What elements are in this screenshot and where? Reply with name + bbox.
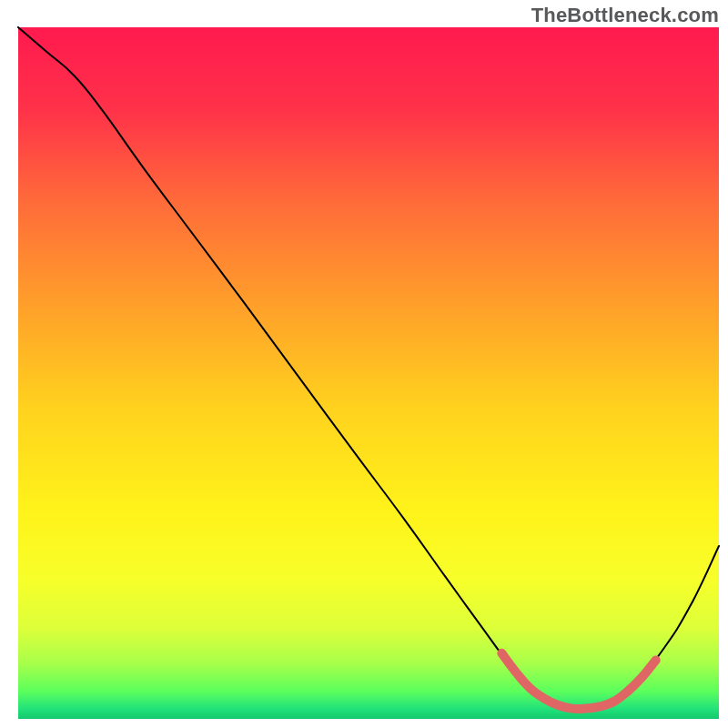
chart-svg bbox=[0, 0, 728, 728]
chart-container: TheBottleneck.com bbox=[0, 0, 728, 728]
plot-background bbox=[18, 27, 719, 719]
